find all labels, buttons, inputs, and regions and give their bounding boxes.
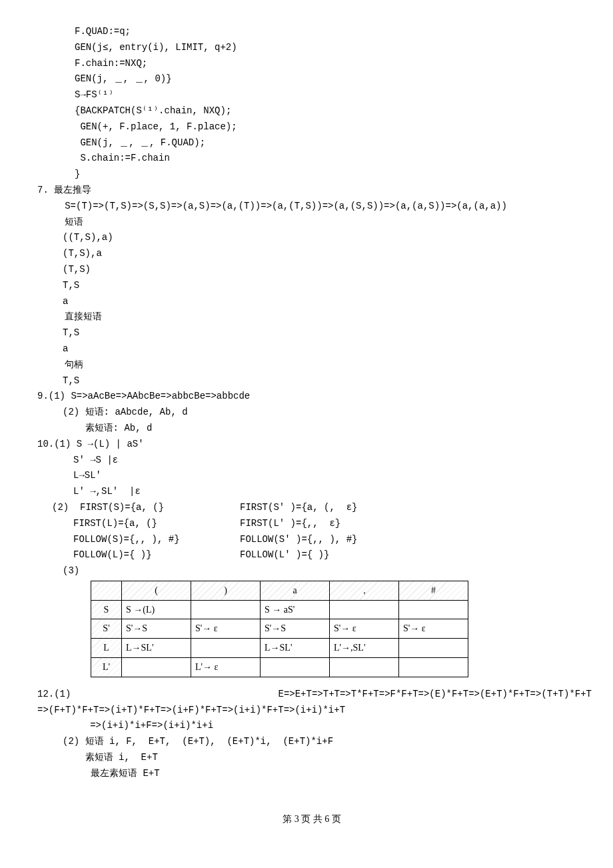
code-block: F.QUAD:=q; GEN(j≤, entry(i), LIMIT, q+2)… [32, 24, 592, 183]
table-row-head: S' [91, 619, 122, 639]
q10-ff-right: FIRST(S' )={a, (, ε} [240, 500, 357, 516]
q7-phrase-label: 短语 [32, 215, 592, 231]
table-cell: L→SL' [261, 639, 330, 658]
table-cell: L'→ ε [191, 658, 261, 677]
q10-ff-right: FOLLOW(S' )={,, ), #} [240, 532, 357, 548]
table-header: # [399, 581, 468, 600]
code-line: GEN(+, F.place, 1, F.place); [32, 119, 592, 135]
q10-ff-left: FOLLOW(L)={ )} [73, 547, 240, 563]
q12-leftmost-prime: 最左素短语 E+T [32, 766, 592, 782]
q12-deriv-part2: =>(F+T)*F+T=>(i+T)*F+T=>(i+F)*F+T=>(i+i)… [32, 703, 592, 719]
q12-phrases: (2) 短语 i, F, E+T, (E+T), (E+T)*i, (E+T)*… [32, 734, 592, 750]
code-line: S→FS⁽¹⁾ [32, 87, 592, 103]
q12-prime-phrases: 素短语 i, E+T [32, 750, 592, 766]
table-cell [399, 600, 468, 619]
table-cell [399, 639, 468, 658]
page-footer: 第 3 页 共 6 页 [32, 811, 592, 827]
q10-part2-head: (2) FIRST(S)={a, (} [73, 500, 240, 516]
table-cell [261, 658, 330, 677]
code-line: {BACKPATCH(S⁽¹⁾.chain, NXQ); [32, 103, 592, 119]
q10-grammar-line: L→SL' [32, 468, 592, 484]
q12-label: 12.(1) [37, 687, 71, 703]
table-row-head: S [91, 600, 122, 619]
q10-ff-left: FIRST(L)={a, (} [73, 516, 240, 532]
table-cell: S'→S [261, 619, 330, 639]
table-header-row: ( ) a ， # [91, 581, 468, 600]
code-line: F.QUAD:=q; [32, 24, 592, 40]
q7-phrase: ((T,S),a) [32, 230, 592, 246]
table-cell: S'→ ε [191, 619, 261, 639]
table-cell: S'→ ε [330, 619, 399, 639]
table-row-head: L [91, 639, 122, 658]
q7-title: 7. 最左推导 [32, 183, 592, 199]
table-header: ) [191, 581, 261, 600]
table-cell: L'→,SL' [330, 639, 399, 658]
table-cell [330, 600, 399, 619]
q7-phrase: T,S [32, 278, 592, 294]
table-header: a [261, 581, 330, 600]
table-row: L' L'→ ε [91, 658, 468, 677]
code-line: F.chain:=NXQ; [32, 56, 592, 72]
table-header: ， [330, 581, 399, 600]
table-header [91, 581, 122, 600]
q7-direct: a [32, 341, 592, 357]
q10-ff-right: FIRST(L' )={,, ε} [240, 516, 357, 532]
table-cell [122, 658, 191, 677]
table-row: S' S'→S S'→ ε S'→S S'→ ε S'→ ε [91, 619, 468, 639]
q9-line-2: (2) 短语: aAbcde, Ab, d [32, 405, 592, 421]
q10-ff-left: FOLLOW(S)={,, ), #} [73, 532, 240, 548]
q7-direct: T,S [32, 325, 592, 341]
q7-phrase: (T,S),a [32, 246, 592, 262]
table-row-head: L' [91, 658, 122, 677]
table-header: ( [122, 581, 191, 600]
code-line: S.chain:=F.chain [32, 151, 592, 167]
q10-ff-right: FOLLOW(L' )={ )} [240, 547, 357, 563]
q10-grammar-line: S' →S |ε [32, 453, 592, 469]
q10-grammar-line: L' →,SL' |ε [32, 484, 592, 500]
code-line: GEN(j≤, entry(i), LIMIT, q+2) [32, 40, 592, 56]
table-row: L L→SL' L→SL' L'→,SL' [91, 639, 468, 658]
table-row: S S →(L) S → aS' [91, 600, 468, 619]
q7-phrase: a [32, 294, 592, 310]
q10-part1-head: 10.(1) S →(L) | aS' [32, 437, 592, 453]
q12-deriv-part3: =>(i+i)*i+F=>(i+i)*i+i [32, 718, 592, 734]
table-cell: S'→S [122, 619, 191, 639]
code-line: } [32, 167, 592, 183]
table-cell: S'→ ε [399, 619, 468, 639]
q9-line-1: 9.(1) S=>aAcBe=>AAbcBe=>abbcBe=>abbcde [32, 389, 592, 405]
parse-table: ( ) a ， # S S →(L) S → aS' S' S'→S S'→ ε… [91, 581, 468, 677]
q7-derivation: S=(T)=>(T,S)=>(S,S)=>(a,S)=>(a,(T))=>(a,… [32, 199, 592, 215]
table-cell: S →(L) [122, 600, 191, 619]
q10-first-follow: (2) FIRST(S)={a, (} FIRST(L)={a, (} FOLL… [32, 500, 592, 563]
table-cell: S → aS' [261, 600, 330, 619]
code-line: GEN(j, ＿, ＿, F.QUAD); [32, 135, 592, 151]
q9-line-3: 素短语: Ab, d [32, 421, 592, 437]
table-cell [191, 639, 261, 658]
q12-deriv-part1: E=>E+T=>T+T=>T*F+T=>F*F+T=>(E)*F+T=>(E+T… [279, 687, 592, 703]
q7-handle: T,S [32, 373, 592, 389]
table-cell [330, 658, 399, 677]
table-cell [191, 600, 261, 619]
q7-handle-label: 句柄 [32, 357, 592, 373]
q10-part3-head: (3) [32, 563, 592, 579]
code-line: GEN(j, ＿, ＿, 0)} [32, 71, 592, 87]
table-cell [399, 658, 468, 677]
q7-phrase: (T,S) [32, 262, 592, 278]
q7-direct-label: 直接短语 [32, 309, 592, 325]
q12-line-1: 12.(1) E=>E+T=>T+T=>T*F+T=>F*F+T=>(E)*F+… [32, 687, 592, 703]
table-cell: L→SL' [122, 639, 191, 658]
